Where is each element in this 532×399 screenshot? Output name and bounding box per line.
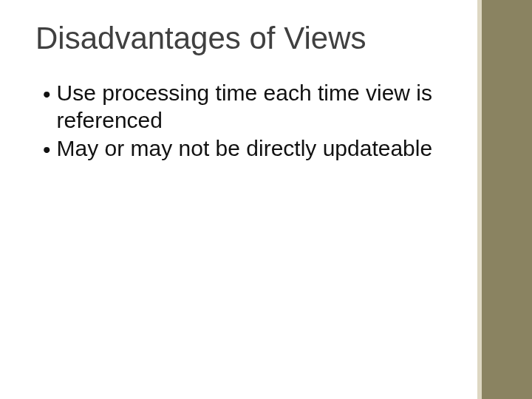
slide-title: Disadvantages of Views [35, 21, 366, 56]
side-bar [482, 0, 532, 399]
slide-body: • Use processing time each time view is … [43, 80, 443, 166]
slide: Disadvantages of Views • Use processing … [0, 0, 532, 399]
bullet-text: May or may not be directly updateable [57, 135, 443, 163]
list-item: • May or may not be directly updateable [43, 135, 443, 164]
side-accent [477, 0, 482, 399]
bullet-icon: • [43, 137, 51, 164]
bullet-icon: • [43, 81, 51, 109]
bullet-text: Use processing time each time view is re… [57, 80, 443, 134]
list-item: • Use processing time each time view is … [43, 80, 443, 134]
